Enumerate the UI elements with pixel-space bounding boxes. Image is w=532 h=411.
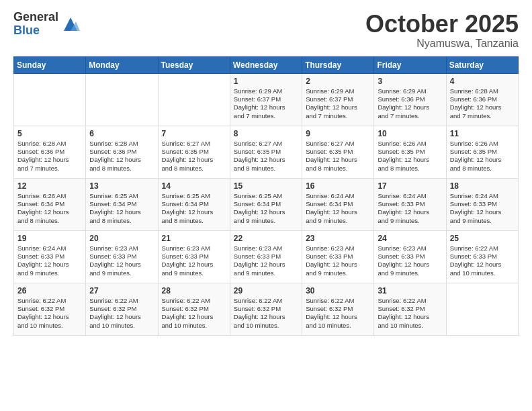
- calendar-cell: 10Sunrise: 6:26 AMSunset: 6:35 PMDayligh…: [374, 126, 446, 178]
- sunrise-text: Sunrise: 6:24 AM: [450, 192, 515, 200]
- daylight-text: and 10 minutes.: [306, 322, 370, 330]
- daylight-text: Daylight: 12 hours: [162, 156, 226, 164]
- sunrise-text: Sunrise: 6:22 AM: [162, 297, 226, 305]
- page: General Blue October 2025 Nyamuswa, Tanz…: [0, 0, 532, 411]
- sunset-text: Sunset: 6:36 PM: [378, 95, 442, 103]
- sunset-text: Sunset: 6:32 PM: [162, 305, 226, 313]
- sunset-text: Sunset: 6:37 PM: [306, 95, 370, 103]
- day-number: 23: [306, 234, 370, 243]
- weekday-header: Saturday: [446, 56, 518, 73]
- daylight-text: and 9 minutes.: [234, 269, 298, 277]
- calendar-cell: 3Sunrise: 6:29 AMSunset: 6:36 PMDaylight…: [374, 73, 446, 126]
- sunrise-text: Sunrise: 6:23 AM: [234, 244, 298, 253]
- sunset-text: Sunset: 6:36 PM: [89, 148, 154, 156]
- daylight-text: and 9 minutes.: [306, 269, 370, 277]
- daylight-text: Daylight: 12 hours: [378, 103, 442, 111]
- calendar-week-row: 26Sunrise: 6:22 AMSunset: 6:32 PMDayligh…: [14, 283, 519, 335]
- logo-text: General Blue: [13, 11, 58, 38]
- sunrise-text: Sunrise: 6:22 AM: [450, 244, 515, 253]
- day-number: 17: [378, 181, 442, 191]
- daylight-text: Daylight: 12 hours: [17, 313, 82, 321]
- calendar-cell: 22Sunrise: 6:23 AMSunset: 6:33 PMDayligh…: [230, 230, 302, 283]
- weekday-header: Monday: [86, 56, 158, 73]
- sunset-text: Sunset: 6:34 PM: [306, 200, 370, 208]
- calendar-cell: 16Sunrise: 6:24 AMSunset: 6:34 PMDayligh…: [302, 178, 374, 230]
- sunrise-text: Sunrise: 6:23 AM: [306, 244, 370, 253]
- day-number: 30: [306, 286, 370, 295]
- calendar-week-row: 1Sunrise: 6:29 AMSunset: 6:37 PMDaylight…: [14, 73, 519, 126]
- day-number: 7: [162, 129, 226, 138]
- calendar-cell: 8Sunrise: 6:27 AMSunset: 6:35 PMDaylight…: [230, 126, 302, 178]
- calendar-cell: [86, 73, 158, 126]
- calendar-cell: [446, 283, 518, 335]
- daylight-text: Daylight: 12 hours: [234, 313, 298, 321]
- weekday-header-row: SundayMondayTuesdayWednesdayThursdayFrid…: [14, 56, 519, 73]
- daylight-text: and 9 minutes.: [378, 269, 442, 277]
- day-number: 25: [450, 234, 515, 243]
- day-number: 21: [162, 234, 226, 243]
- sunrise-text: Sunrise: 6:29 AM: [306, 87, 370, 95]
- daylight-text: Daylight: 12 hours: [378, 156, 442, 164]
- logo-icon: [61, 15, 80, 34]
- calendar-cell: 2Sunrise: 6:29 AMSunset: 6:37 PMDaylight…: [302, 73, 374, 126]
- sunset-text: Sunset: 6:33 PM: [450, 200, 515, 208]
- weekday-header: Sunday: [14, 56, 86, 73]
- logo-blue: Blue: [13, 24, 58, 38]
- daylight-text: Daylight: 12 hours: [162, 208, 226, 216]
- logo-general: General: [13, 11, 58, 24]
- sunset-text: Sunset: 6:35 PM: [234, 148, 298, 156]
- weekday-header: Tuesday: [158, 56, 230, 73]
- daylight-text: Daylight: 12 hours: [306, 261, 370, 269]
- daylight-text: and 8 minutes.: [450, 165, 515, 173]
- daylight-text: and 10 minutes.: [162, 322, 226, 330]
- day-number: 10: [378, 129, 442, 138]
- daylight-text: and 8 minutes.: [89, 165, 154, 173]
- day-number: 12: [17, 181, 82, 191]
- sunrise-text: Sunrise: 6:29 AM: [234, 87, 298, 95]
- day-number: 15: [234, 181, 298, 191]
- sunrise-text: Sunrise: 6:24 AM: [306, 192, 370, 200]
- daylight-text: Daylight: 12 hours: [306, 156, 370, 164]
- daylight-text: and 10 minutes.: [234, 322, 298, 330]
- sunrise-text: Sunrise: 6:25 AM: [234, 192, 298, 200]
- sunrise-text: Sunrise: 6:22 AM: [378, 297, 442, 305]
- daylight-text: Daylight: 12 hours: [450, 156, 515, 164]
- sunrise-text: Sunrise: 6:27 AM: [234, 140, 298, 148]
- sunset-text: Sunset: 6:32 PM: [17, 305, 82, 313]
- daylight-text: and 10 minutes.: [89, 322, 154, 330]
- day-number: 8: [234, 129, 298, 138]
- sunset-text: Sunset: 6:33 PM: [378, 200, 442, 208]
- sunset-text: Sunset: 6:33 PM: [450, 253, 515, 261]
- daylight-text: Daylight: 12 hours: [234, 156, 298, 164]
- day-number: 28: [162, 286, 226, 295]
- sunrise-text: Sunrise: 6:25 AM: [89, 192, 154, 200]
- sunrise-text: Sunrise: 6:28 AM: [89, 140, 154, 148]
- daylight-text: and 8 minutes.: [17, 217, 82, 225]
- sunset-text: Sunset: 6:36 PM: [17, 148, 82, 156]
- calendar-cell: 14Sunrise: 6:25 AMSunset: 6:34 PMDayligh…: [158, 178, 230, 230]
- calendar-cell: 9Sunrise: 6:27 AMSunset: 6:35 PMDaylight…: [302, 126, 374, 178]
- weekday-header: Friday: [374, 56, 446, 73]
- day-number: 19: [17, 234, 82, 243]
- calendar-cell: 4Sunrise: 6:28 AMSunset: 6:36 PMDaylight…: [446, 73, 518, 126]
- daylight-text: Daylight: 12 hours: [450, 261, 515, 269]
- day-number: 5: [17, 129, 82, 138]
- sunset-text: Sunset: 6:34 PM: [162, 200, 226, 208]
- calendar-cell: 15Sunrise: 6:25 AMSunset: 6:34 PMDayligh…: [230, 178, 302, 230]
- daylight-text: and 7 minutes.: [306, 112, 370, 120]
- calendar-cell: 18Sunrise: 6:24 AMSunset: 6:33 PMDayligh…: [446, 178, 518, 230]
- sunrise-text: Sunrise: 6:28 AM: [450, 87, 515, 95]
- daylight-text: Daylight: 12 hours: [234, 208, 298, 216]
- sunrise-text: Sunrise: 6:26 AM: [17, 192, 82, 200]
- daylight-text: Daylight: 12 hours: [89, 156, 154, 164]
- calendar-cell: 31Sunrise: 6:22 AMSunset: 6:32 PMDayligh…: [374, 283, 446, 335]
- daylight-text: Daylight: 12 hours: [450, 208, 515, 216]
- day-number: 14: [162, 181, 226, 191]
- day-number: 3: [378, 77, 442, 86]
- day-number: 26: [17, 286, 82, 295]
- day-number: 27: [89, 286, 154, 295]
- sunset-text: Sunset: 6:33 PM: [89, 253, 154, 261]
- daylight-text: Daylight: 12 hours: [306, 103, 370, 111]
- logo: General Blue: [13, 11, 80, 38]
- sunrise-text: Sunrise: 6:29 AM: [378, 87, 442, 95]
